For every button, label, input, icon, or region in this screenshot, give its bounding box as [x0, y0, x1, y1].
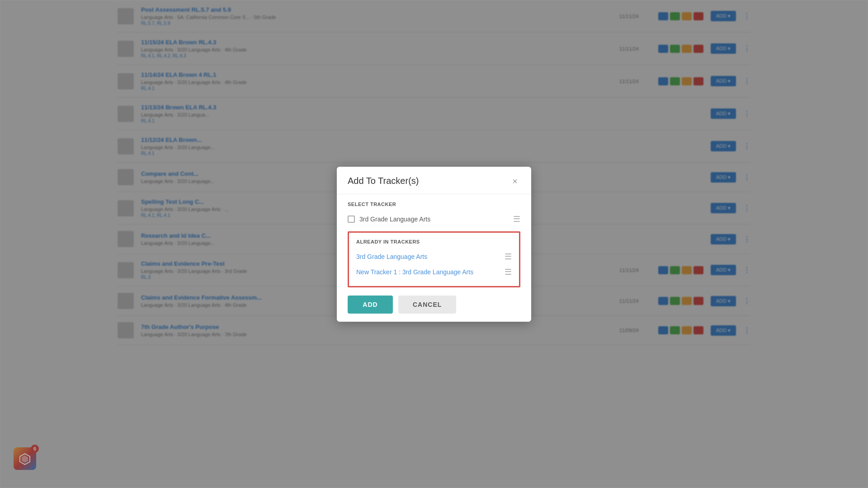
already-in-trackers-label: ALREADY IN TRACKERS	[356, 239, 512, 244]
modal-footer: ADD CANCEL	[337, 287, 531, 322]
modal-close-button[interactable]: ×	[509, 176, 520, 187]
already-tracker-icon[interactable]: ☰	[505, 267, 512, 277]
tracker-info-icon[interactable]: ☰	[513, 214, 520, 224]
already-tracker-link[interactable]: New Tracker 1 : 3rd Grade Language Arts	[356, 268, 473, 276]
already-tracker-icon[interactable]: ☰	[505, 252, 512, 262]
add-button[interactable]: ADD	[348, 296, 393, 314]
modal-body: SELECT TRACKER 3rd Grade Language Arts ☰…	[337, 194, 531, 287]
already-tracker-link[interactable]: 3rd Grade Language Arts	[356, 253, 427, 260]
select-tracker-label: SELECT TRACKER	[348, 202, 520, 207]
already-tracker-item: 3rd Grade Language Arts ☰	[356, 249, 512, 264]
modal-overlay: Add To Tracker(s) × SELECT TRACKER 3rd G…	[0, 0, 868, 488]
modal-title: Add To Tracker(s)	[348, 176, 419, 186]
tracker-checkbox[interactable]	[348, 216, 355, 223]
already-in-trackers-section: ALREADY IN TRACKERS 3rd Grade Language A…	[348, 231, 520, 287]
add-to-tracker-modal: Add To Tracker(s) × SELECT TRACKER 3rd G…	[337, 167, 531, 322]
tracker-option-name: 3rd Grade Language Arts	[359, 216, 430, 223]
already-tracker-item: New Tracker 1 : 3rd Grade Language Arts …	[356, 264, 512, 280]
tracker-option-row: 3rd Grade Language Arts ☰	[348, 211, 520, 227]
modal-header: Add To Tracker(s) ×	[337, 167, 531, 194]
cancel-button[interactable]: CANCEL	[398, 296, 456, 314]
